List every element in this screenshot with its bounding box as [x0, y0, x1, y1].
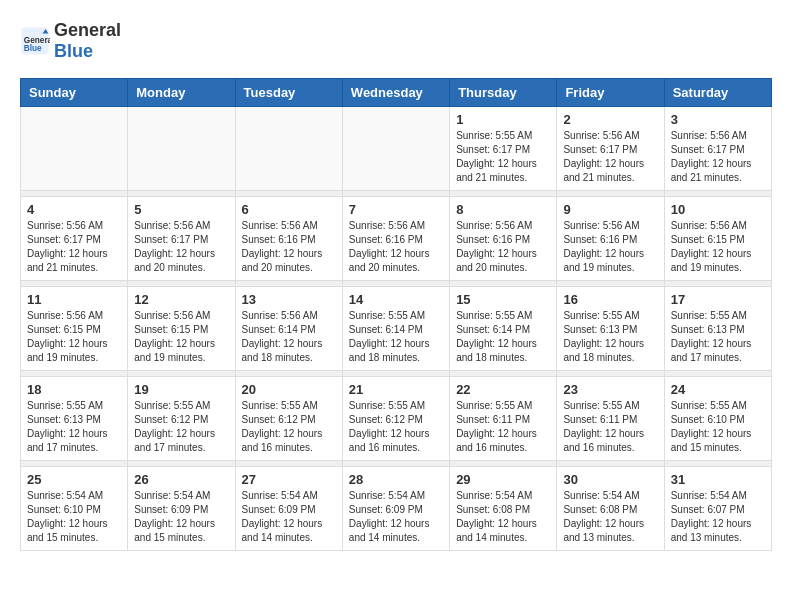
calendar-cell: 9Sunrise: 5:56 AM Sunset: 6:16 PM Daylig…	[557, 197, 664, 281]
day-number: 20	[242, 382, 336, 397]
day-number: 15	[456, 292, 550, 307]
day-info: Sunrise: 5:55 AM Sunset: 6:14 PM Dayligh…	[349, 309, 443, 365]
day-number: 7	[349, 202, 443, 217]
day-info: Sunrise: 5:56 AM Sunset: 6:16 PM Dayligh…	[242, 219, 336, 275]
day-info: Sunrise: 5:55 AM Sunset: 6:10 PM Dayligh…	[671, 399, 765, 455]
calendar-cell: 10Sunrise: 5:56 AM Sunset: 6:15 PM Dayli…	[664, 197, 771, 281]
day-info: Sunrise: 5:54 AM Sunset: 6:10 PM Dayligh…	[27, 489, 121, 545]
day-info: Sunrise: 5:54 AM Sunset: 6:09 PM Dayligh…	[242, 489, 336, 545]
calendar-cell: 3Sunrise: 5:56 AM Sunset: 6:17 PM Daylig…	[664, 107, 771, 191]
day-number: 3	[671, 112, 765, 127]
weekday-header-thursday: Thursday	[450, 79, 557, 107]
logo-icon: General Blue	[20, 26, 50, 56]
day-info: Sunrise: 5:56 AM Sunset: 6:17 PM Dayligh…	[27, 219, 121, 275]
calendar-cell: 14Sunrise: 5:55 AM Sunset: 6:14 PM Dayli…	[342, 287, 449, 371]
day-number: 12	[134, 292, 228, 307]
calendar-cell: 7Sunrise: 5:56 AM Sunset: 6:16 PM Daylig…	[342, 197, 449, 281]
day-info: Sunrise: 5:54 AM Sunset: 6:09 PM Dayligh…	[134, 489, 228, 545]
calendar-cell: 28Sunrise: 5:54 AM Sunset: 6:09 PM Dayli…	[342, 467, 449, 551]
calendar-cell	[128, 107, 235, 191]
day-info: Sunrise: 5:56 AM Sunset: 6:14 PM Dayligh…	[242, 309, 336, 365]
day-info: Sunrise: 5:54 AM Sunset: 6:08 PM Dayligh…	[456, 489, 550, 545]
day-info: Sunrise: 5:55 AM Sunset: 6:17 PM Dayligh…	[456, 129, 550, 185]
calendar-cell: 4Sunrise: 5:56 AM Sunset: 6:17 PM Daylig…	[21, 197, 128, 281]
weekday-header-friday: Friday	[557, 79, 664, 107]
day-info: Sunrise: 5:55 AM Sunset: 6:11 PM Dayligh…	[563, 399, 657, 455]
calendar-cell: 20Sunrise: 5:55 AM Sunset: 6:12 PM Dayli…	[235, 377, 342, 461]
day-number: 11	[27, 292, 121, 307]
day-number: 22	[456, 382, 550, 397]
svg-text:Blue: Blue	[24, 44, 42, 53]
calendar-cell: 23Sunrise: 5:55 AM Sunset: 6:11 PM Dayli…	[557, 377, 664, 461]
day-number: 8	[456, 202, 550, 217]
weekday-header-wednesday: Wednesday	[342, 79, 449, 107]
calendar-cell: 17Sunrise: 5:55 AM Sunset: 6:13 PM Dayli…	[664, 287, 771, 371]
day-number: 27	[242, 472, 336, 487]
day-info: Sunrise: 5:56 AM Sunset: 6:16 PM Dayligh…	[563, 219, 657, 275]
day-number: 30	[563, 472, 657, 487]
day-number: 5	[134, 202, 228, 217]
calendar-week-3: 11Sunrise: 5:56 AM Sunset: 6:15 PM Dayli…	[21, 287, 772, 371]
day-info: Sunrise: 5:56 AM Sunset: 6:16 PM Dayligh…	[349, 219, 443, 275]
calendar-cell: 25Sunrise: 5:54 AM Sunset: 6:10 PM Dayli…	[21, 467, 128, 551]
day-number: 10	[671, 202, 765, 217]
day-info: Sunrise: 5:55 AM Sunset: 6:12 PM Dayligh…	[134, 399, 228, 455]
day-info: Sunrise: 5:56 AM Sunset: 6:17 PM Dayligh…	[563, 129, 657, 185]
calendar-cell: 30Sunrise: 5:54 AM Sunset: 6:08 PM Dayli…	[557, 467, 664, 551]
weekday-header-saturday: Saturday	[664, 79, 771, 107]
logo: General Blue General Blue	[20, 20, 121, 62]
day-info: Sunrise: 5:56 AM Sunset: 6:15 PM Dayligh…	[27, 309, 121, 365]
calendar-cell: 2Sunrise: 5:56 AM Sunset: 6:17 PM Daylig…	[557, 107, 664, 191]
day-info: Sunrise: 5:55 AM Sunset: 6:13 PM Dayligh…	[563, 309, 657, 365]
calendar-cell: 29Sunrise: 5:54 AM Sunset: 6:08 PM Dayli…	[450, 467, 557, 551]
day-number: 24	[671, 382, 765, 397]
calendar-cell	[342, 107, 449, 191]
calendar-cell: 8Sunrise: 5:56 AM Sunset: 6:16 PM Daylig…	[450, 197, 557, 281]
calendar-cell: 27Sunrise: 5:54 AM Sunset: 6:09 PM Dayli…	[235, 467, 342, 551]
day-number: 21	[349, 382, 443, 397]
day-info: Sunrise: 5:54 AM Sunset: 6:07 PM Dayligh…	[671, 489, 765, 545]
calendar-cell: 18Sunrise: 5:55 AM Sunset: 6:13 PM Dayli…	[21, 377, 128, 461]
day-number: 14	[349, 292, 443, 307]
day-number: 25	[27, 472, 121, 487]
day-info: Sunrise: 5:56 AM Sunset: 6:15 PM Dayligh…	[134, 309, 228, 365]
day-number: 18	[27, 382, 121, 397]
calendar-cell: 13Sunrise: 5:56 AM Sunset: 6:14 PM Dayli…	[235, 287, 342, 371]
logo-blue: Blue	[54, 41, 93, 61]
calendar-cell: 31Sunrise: 5:54 AM Sunset: 6:07 PM Dayli…	[664, 467, 771, 551]
calendar-cell: 22Sunrise: 5:55 AM Sunset: 6:11 PM Dayli…	[450, 377, 557, 461]
page-header: General Blue General Blue	[20, 20, 772, 62]
day-info: Sunrise: 5:55 AM Sunset: 6:13 PM Dayligh…	[671, 309, 765, 365]
calendar-cell	[235, 107, 342, 191]
day-info: Sunrise: 5:56 AM Sunset: 6:17 PM Dayligh…	[671, 129, 765, 185]
day-info: Sunrise: 5:56 AM Sunset: 6:15 PM Dayligh…	[671, 219, 765, 275]
calendar-cell: 15Sunrise: 5:55 AM Sunset: 6:14 PM Dayli…	[450, 287, 557, 371]
day-number: 28	[349, 472, 443, 487]
calendar-cell: 26Sunrise: 5:54 AM Sunset: 6:09 PM Dayli…	[128, 467, 235, 551]
weekday-header-tuesday: Tuesday	[235, 79, 342, 107]
day-number: 4	[27, 202, 121, 217]
calendar-cell: 5Sunrise: 5:56 AM Sunset: 6:17 PM Daylig…	[128, 197, 235, 281]
day-number: 16	[563, 292, 657, 307]
day-number: 26	[134, 472, 228, 487]
day-info: Sunrise: 5:55 AM Sunset: 6:12 PM Dayligh…	[242, 399, 336, 455]
calendar-cell: 24Sunrise: 5:55 AM Sunset: 6:10 PM Dayli…	[664, 377, 771, 461]
calendar-week-1: 1Sunrise: 5:55 AM Sunset: 6:17 PM Daylig…	[21, 107, 772, 191]
calendar-table: SundayMondayTuesdayWednesdayThursdayFrid…	[20, 78, 772, 551]
calendar-cell: 19Sunrise: 5:55 AM Sunset: 6:12 PM Dayli…	[128, 377, 235, 461]
day-number: 13	[242, 292, 336, 307]
day-info: Sunrise: 5:54 AM Sunset: 6:08 PM Dayligh…	[563, 489, 657, 545]
calendar-cell: 6Sunrise: 5:56 AM Sunset: 6:16 PM Daylig…	[235, 197, 342, 281]
calendar-cell: 11Sunrise: 5:56 AM Sunset: 6:15 PM Dayli…	[21, 287, 128, 371]
calendar-cell: 1Sunrise: 5:55 AM Sunset: 6:17 PM Daylig…	[450, 107, 557, 191]
calendar-week-2: 4Sunrise: 5:56 AM Sunset: 6:17 PM Daylig…	[21, 197, 772, 281]
day-info: Sunrise: 5:55 AM Sunset: 6:14 PM Dayligh…	[456, 309, 550, 365]
day-number: 23	[563, 382, 657, 397]
day-number: 29	[456, 472, 550, 487]
day-number: 31	[671, 472, 765, 487]
weekday-header-row: SundayMondayTuesdayWednesdayThursdayFrid…	[21, 79, 772, 107]
calendar-cell: 16Sunrise: 5:55 AM Sunset: 6:13 PM Dayli…	[557, 287, 664, 371]
calendar-week-5: 25Sunrise: 5:54 AM Sunset: 6:10 PM Dayli…	[21, 467, 772, 551]
day-info: Sunrise: 5:55 AM Sunset: 6:12 PM Dayligh…	[349, 399, 443, 455]
logo-general: General	[54, 20, 121, 40]
